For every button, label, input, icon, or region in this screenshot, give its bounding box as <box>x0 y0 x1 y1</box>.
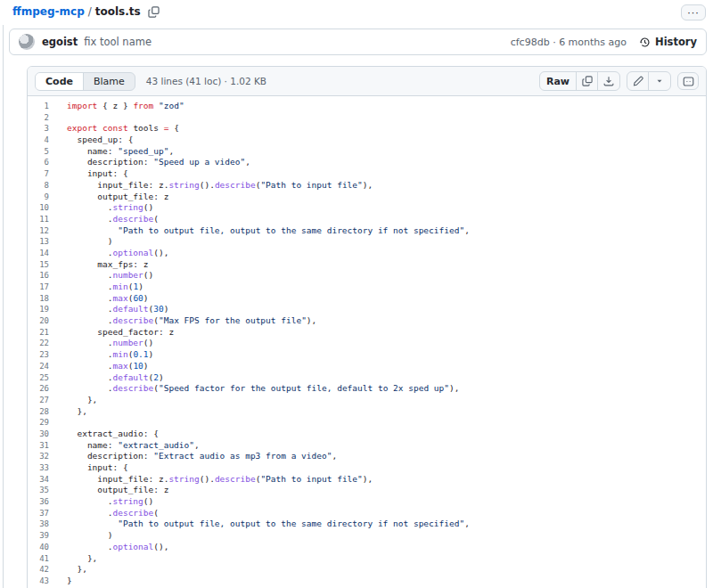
code-line: }, <box>49 395 97 406</box>
line-number[interactable]: 25 <box>28 372 49 384</box>
breadcrumb-file-name: tools.ts <box>95 5 141 18</box>
code-line: description: "Extract audio as mp3 from … <box>49 451 337 462</box>
line-number[interactable]: 10 <box>28 202 49 214</box>
history-button[interactable]: History <box>639 36 697 48</box>
code-line: .number() <box>49 338 153 349</box>
pencil-icon <box>633 76 643 86</box>
symbols-panel-button[interactable] <box>677 72 699 90</box>
code-row: 41 }, <box>28 553 706 565</box>
line-number[interactable]: 37 <box>28 508 49 519</box>
code-row: 3export const tools = { <box>28 123 706 135</box>
line-number[interactable]: 28 <box>28 406 49 418</box>
line-number[interactable]: 4 <box>28 135 49 146</box>
more-options-button[interactable]: ··· <box>681 4 706 20</box>
line-number[interactable]: 40 <box>28 542 49 553</box>
file-content-panel: Code Blame 43 lines (41 loc) · 1.02 KB R… <box>27 66 707 588</box>
code-blame-switcher: Code Blame <box>35 72 135 91</box>
line-number[interactable]: 33 <box>28 462 49 474</box>
line-number[interactable]: 20 <box>28 315 49 327</box>
line-number[interactable]: 11 <box>28 214 49 225</box>
code-line: input_file: z.string().describe("Path to… <box>49 474 373 486</box>
line-number[interactable]: 39 <box>28 530 49 542</box>
download-icon <box>603 76 614 86</box>
line-number[interactable]: 14 <box>28 248 49 259</box>
code-viewer[interactable]: 1import { z } from "zod"23export const t… <box>28 96 706 588</box>
download-button[interactable] <box>598 72 619 90</box>
line-number[interactable]: 23 <box>28 349 49 361</box>
line-number[interactable]: 24 <box>28 361 49 372</box>
code-line: .describe("Max FPS for the output file")… <box>49 315 316 327</box>
line-number[interactable]: 1 <box>28 101 49 112</box>
commit-sha[interactable]: cfc98db <box>511 37 550 48</box>
line-number[interactable]: 15 <box>28 259 49 271</box>
code-line: } <box>49 576 72 587</box>
code-row: 32 description: "Extract audio as mp3 fr… <box>28 451 706 462</box>
line-number[interactable]: 35 <box>28 485 49 496</box>
code-row: 24 .max(10) <box>28 361 706 372</box>
code-row: 10 .string() <box>28 202 706 214</box>
code-line: .describe( <box>49 508 159 519</box>
line-number[interactable]: 13 <box>28 236 49 248</box>
commit-message-link[interactable]: fix tool name <box>84 36 152 48</box>
line-number[interactable]: 17 <box>28 282 49 293</box>
line-number[interactable]: 3 <box>28 123 49 135</box>
line-number[interactable]: 43 <box>28 576 49 587</box>
line-number[interactable]: 2 <box>28 112 49 124</box>
line-number[interactable]: 42 <box>28 564 49 576</box>
code-row: 15 max_fps: z <box>28 259 706 271</box>
line-number[interactable]: 21 <box>28 327 49 339</box>
content-pane-divider <box>3 25 4 588</box>
code-row: 42 }, <box>28 564 706 576</box>
code-row: 2 <box>28 112 706 124</box>
code-row: 23 .min(0.1) <box>28 349 706 361</box>
edit-file-button[interactable] <box>627 72 649 90</box>
copy-path-icon[interactable] <box>148 6 160 18</box>
avatar[interactable] <box>19 34 35 50</box>
line-number[interactable]: 16 <box>28 270 49 282</box>
code-row: 28 }, <box>28 406 706 418</box>
line-number[interactable]: 38 <box>28 519 49 530</box>
breadcrumb-repo-link[interactable]: ffmpeg-mcp <box>12 5 85 18</box>
line-number[interactable]: 41 <box>28 553 49 565</box>
code-line: .number() <box>49 270 153 282</box>
commit-sha-and-time[interactable]: cfc98db · 6 months ago <box>511 37 627 48</box>
copy-file-button[interactable] <box>577 72 598 90</box>
line-number[interactable]: 22 <box>28 338 49 349</box>
line-number[interactable]: 31 <box>28 440 49 452</box>
raw-button[interactable]: Raw <box>540 72 577 90</box>
code-row: 30 extract_audio: { <box>28 429 706 440</box>
code-row: 22 .number() <box>28 338 706 349</box>
code-line: speed_factor: z <box>49 327 174 339</box>
line-number[interactable]: 8 <box>28 180 49 192</box>
code-line: "Path to output file, output to the same… <box>49 225 470 237</box>
line-number[interactable]: 34 <box>28 474 49 486</box>
line-number[interactable]: 26 <box>28 383 49 395</box>
line-number[interactable]: 18 <box>28 293 49 305</box>
code-row: 33 input: { <box>28 462 706 474</box>
line-number[interactable]: 30 <box>28 429 49 440</box>
line-number[interactable]: 36 <box>28 496 49 508</box>
code-line: speed_up: { <box>49 135 133 146</box>
line-number[interactable]: 32 <box>28 451 49 462</box>
edit-group <box>627 71 671 91</box>
edit-dropdown-button[interactable] <box>649 72 670 90</box>
line-number[interactable]: 6 <box>28 157 49 168</box>
line-number[interactable]: 29 <box>28 417 49 429</box>
line-number[interactable]: 5 <box>28 146 49 158</box>
code-line: .string() <box>49 202 153 214</box>
commit-author-link[interactable]: egoist <box>42 36 78 48</box>
code-line <box>49 112 67 124</box>
line-number[interactable]: 12 <box>28 225 49 237</box>
kebab-icon: ··· <box>687 8 700 18</box>
code-row: 5 name: "speed_up", <box>28 146 706 158</box>
code-line: extract_audio: { <box>49 429 159 440</box>
line-number[interactable]: 27 <box>28 395 49 406</box>
line-number[interactable]: 9 <box>28 192 49 203</box>
tab-code[interactable]: Code <box>36 73 84 90</box>
file-actions: Raw <box>539 71 699 91</box>
code-line: input: { <box>49 462 128 474</box>
line-number[interactable]: 19 <box>28 304 49 315</box>
line-number[interactable]: 7 <box>28 168 49 180</box>
code-line: .max(10) <box>49 361 149 372</box>
tab-blame[interactable]: Blame <box>84 73 135 90</box>
